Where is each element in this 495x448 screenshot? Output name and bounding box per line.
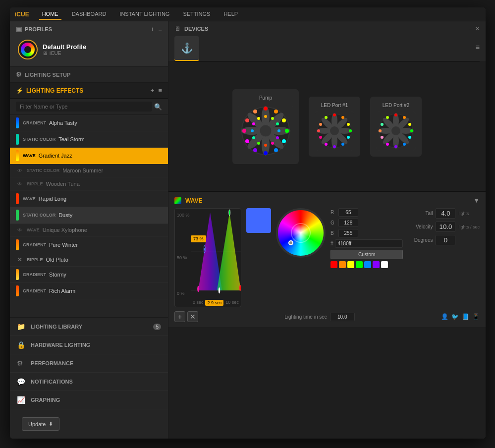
profiles-icon: ▣ [16, 25, 22, 33]
svg-point-56 [319, 123, 322, 126]
effect-item[interactable]: 👁 STATIC COLOR Maroon Summer [10, 164, 168, 177]
effect-item[interactable]: ✕ RIPPLE Old Pluto [10, 253, 168, 267]
effect-item[interactable]: 👁 WAVE Unique Xylophone [10, 224, 168, 237]
svg-point-52 [333, 145, 336, 148]
nav-settings[interactable]: SETTINGS [180, 9, 213, 20]
devices-icon: 🖥 [174, 25, 180, 32]
svg-point-30 [257, 142, 260, 145]
effect-item[interactable]: WAVE Rapid Long [10, 191, 168, 207]
degrees-label: Degrees [408, 237, 433, 243]
social-icon-2[interactable]: 🐦 [451, 313, 459, 320]
wave-graph[interactable]: 100 % 50 % 0 % [174, 208, 241, 307]
preset-yellow[interactable] [347, 261, 354, 268]
svg-point-48 [347, 123, 350, 126]
preset-purple[interactable] [373, 261, 380, 268]
nav-home[interactable]: HOME [39, 9, 61, 20]
preset-red[interactable] [330, 261, 337, 268]
color-wheel-cursor[interactable] [288, 240, 293, 245]
effect-color-indicator [16, 117, 19, 128]
effects-menu-btn[interactable]: ≡ [158, 87, 162, 94]
lighting-time-input[interactable] [330, 313, 355, 321]
color-swatch-large[interactable] [246, 208, 271, 233]
velocity-label: Velocity [408, 224, 433, 229]
x-axis-labels: 0 sec 2.9 sec 10 sec [191, 300, 241, 306]
svg-point-45 [330, 126, 339, 135]
preset-blue[interactable] [364, 261, 371, 268]
b-input[interactable] [338, 229, 358, 237]
effects-add-btn[interactable]: + [151, 87, 155, 94]
device-tab-main[interactable]: ⚓ [174, 36, 199, 61]
wave-editor-panel: WAVE ▼ 100 % 50 % 0 % [168, 191, 486, 327]
lighting-setup-title: ⚙ LIGHTING SETUP [16, 71, 162, 78]
close-btn[interactable]: ✕ [475, 26, 480, 32]
svg-point-46 [333, 113, 336, 116]
effect-item[interactable]: GRADIENT Stormy [10, 267, 168, 283]
devices-options-icon[interactable]: ≡ [476, 43, 480, 54]
social-icon-4[interactable]: 📱 [472, 313, 480, 320]
profile-item[interactable]: Default Profile 🖥 iCUE [16, 37, 162, 62]
r-input[interactable] [338, 208, 358, 217]
profiles-add-btn[interactable]: + [151, 25, 155, 33]
devices-section: 🖥 DEVICES − ✕ ⚓ ≡ [168, 21, 486, 62]
sidebar-item-graphing[interactable]: 📈 GRAPHING [10, 391, 168, 409]
wave-graph-svg [191, 209, 241, 295]
effect-item-active[interactable]: WAVE Gradient Jazz [10, 148, 168, 164]
pump-component[interactable]: Pump [232, 89, 299, 164]
svg-point-13 [282, 118, 286, 122]
nav-dashboard[interactable]: DASHBOARD [69, 9, 110, 20]
custom-button[interactable]: Custom [330, 250, 403, 259]
sidebar-item-performance[interactable]: ⚙ PERFORMANCE [10, 354, 168, 373]
nav-help[interactable]: HELP [220, 9, 241, 20]
svg-point-77 [381, 136, 384, 139]
wave-dropdown-icon[interactable]: ▼ [473, 197, 480, 204]
g-input[interactable] [338, 219, 358, 227]
pump-body [238, 104, 293, 158]
preset-green[interactable] [356, 261, 363, 268]
lighting-library-label: LIGHTING LIBRARY [31, 324, 153, 330]
effect-item[interactable]: GRADIENT Rich Alarm [10, 283, 168, 299]
effect-color-indicator [16, 269, 19, 280]
velocity-input[interactable] [436, 222, 455, 232]
effect-item[interactable]: GRADIENT Pure Winter [10, 237, 168, 253]
profiles-menu-btn[interactable]: ≡ [158, 25, 162, 33]
preset-orange[interactable] [339, 261, 346, 268]
preset-white[interactable] [381, 261, 388, 268]
social-icon-1[interactable]: 👤 [441, 313, 448, 320]
effect-item[interactable]: GRADIENT Alpha Tasty [10, 115, 168, 131]
profile-sub-icon: 🖥 [43, 51, 48, 56]
sidebar-item-lighting-library[interactable]: 📁 LIGHTING LIBRARY 5 [10, 318, 168, 336]
svg-point-34 [257, 117, 260, 120]
led-port-2-component[interactable]: LED Port #2 [370, 97, 422, 157]
degrees-param: Degrees [408, 235, 480, 245]
social-icons: 👤 🐦 📘 📱 [441, 313, 480, 320]
wave-add-btn[interactable]: + [174, 311, 185, 322]
nav-instant-lighting[interactable]: INSTANT LIGHTING [116, 9, 172, 20]
wave-remove-btn[interactable]: ✕ [187, 311, 198, 322]
b-row: B [330, 229, 403, 237]
led-port-1-component[interactable]: LED Port #1 [309, 97, 360, 157]
svg-point-32 [251, 129, 254, 132]
effect-item[interactable]: 👁 RIPPLE Wooden Tuna [10, 177, 168, 191]
sidebar-item-notifications[interactable]: 💬 NOTIFICATIONS [10, 373, 168, 391]
lighting-setup-icon: ⚙ [16, 71, 22, 78]
app-window: iCUE HOME DASHBOARD INSTANT LIGHTING SET… [10, 7, 486, 439]
profile-sub: 🖥 iCUE [43, 51, 160, 56]
profiles-title: ▣ PROFILES [16, 25, 52, 33]
svg-point-86 [219, 287, 220, 293]
color-wheel-container[interactable] [276, 208, 326, 258]
search-button[interactable]: 🔍 [154, 103, 162, 111]
tail-input[interactable] [436, 208, 455, 219]
svg-point-33 [252, 122, 255, 125]
search-input[interactable] [16, 102, 152, 112]
sidebar-item-hardware-lighting[interactable]: 🔒 HARDWARE LIGHTING [10, 336, 168, 354]
effect-item[interactable]: STATIC COLOR Teal Storm [10, 131, 168, 148]
svg-point-22 [253, 110, 257, 113]
top-nav: HOME DASHBOARD INSTANT LIGHTING SETTINGS… [39, 9, 241, 20]
minimize-btn[interactable]: − [469, 26, 472, 32]
update-button[interactable]: Update ⬇ [22, 417, 59, 431]
degrees-input[interactable] [436, 235, 455, 245]
social-icon-3[interactable]: 📘 [462, 313, 469, 320]
effect-item-selected[interactable]: STATIC COLOR Dusty 🗑 [10, 207, 168, 224]
effects-header: ⚡ LIGHTING EFFECTS + ≡ [10, 83, 168, 99]
hex-input[interactable] [335, 239, 403, 248]
